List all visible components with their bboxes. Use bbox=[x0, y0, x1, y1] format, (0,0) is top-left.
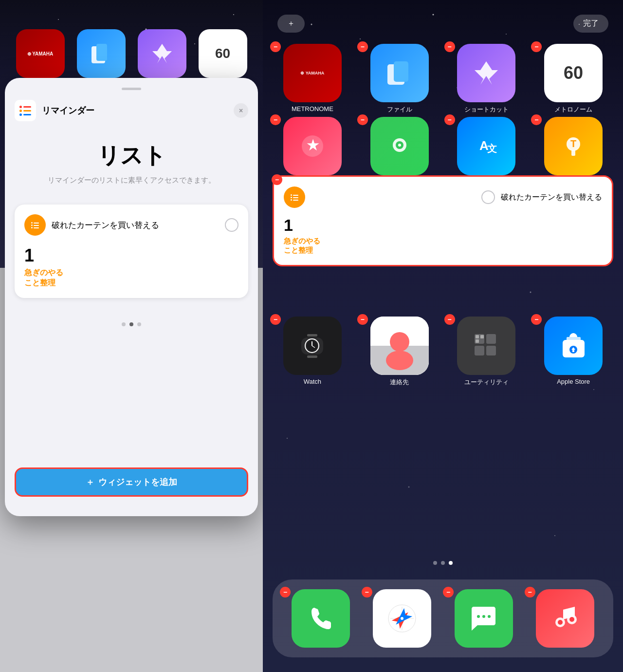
svg-rect-62 bbox=[486, 334, 496, 344]
app-icon-metro-left[interactable]: 60 bbox=[199, 29, 247, 78]
widget-list-desc: リマインダーのリストに素早くアクセスできます。 bbox=[48, 176, 216, 185]
remove-badge-translate[interactable]: − bbox=[444, 114, 455, 125]
svg-rect-13 bbox=[31, 224, 33, 226]
add-widget-button[interactable]: ＋ ウィジェットを追加 bbox=[15, 467, 248, 497]
app-icon-phone[interactable] bbox=[292, 589, 350, 648]
app-row-1: − ⊕ YAMAHA METRONOME − ファイル − ショートカット − … bbox=[273, 44, 613, 114]
svg-point-1 bbox=[58, 19, 59, 20]
svg-rect-64 bbox=[486, 346, 496, 355]
remove-badge-messages[interactable]: − bbox=[443, 587, 454, 597]
svg-rect-66 bbox=[480, 335, 484, 338]
dock-item-music: − bbox=[527, 589, 604, 648]
right-dot-1 bbox=[433, 561, 437, 565]
remove-badge-findmy[interactable]: − bbox=[357, 114, 368, 125]
top-bar: ＋ 完了 bbox=[263, 15, 623, 33]
dot-3 bbox=[137, 322, 141, 326]
svg-rect-49 bbox=[293, 200, 298, 201]
app-label-watch: Watch bbox=[304, 378, 321, 385]
right-widget-header: 破れたカーテンを買い替える bbox=[284, 187, 602, 208]
app-icon-translate[interactable]: A文 bbox=[457, 117, 515, 175]
svg-point-84 bbox=[569, 617, 574, 622]
dock-item-phone: − bbox=[282, 589, 359, 648]
dot-2-active bbox=[129, 322, 133, 326]
app-icon-tips[interactable]: T bbox=[544, 117, 603, 175]
right-widget-task: 破れたカーテンを買い替える bbox=[501, 192, 602, 203]
svg-rect-9 bbox=[96, 44, 107, 61]
app-icon-music[interactable] bbox=[536, 589, 594, 648]
sheet-header: リマインダー × bbox=[15, 100, 248, 121]
add-button[interactable]: ＋ bbox=[277, 15, 305, 33]
app-icon-itunes[interactable]: ★ bbox=[283, 117, 342, 175]
widget-card-left: 破れたカーテンを買い替える 1 急ぎのやること整理 bbox=[15, 205, 248, 298]
svg-point-18 bbox=[360, 38, 361, 39]
right-widget-remove[interactable]: − bbox=[272, 174, 282, 185]
app-icon-messages[interactable] bbox=[455, 589, 513, 648]
app-row-3: − Watch − bbox=[273, 317, 613, 387]
svg-rect-48 bbox=[291, 199, 292, 201]
app-item-contacts: − 連絡先 bbox=[360, 317, 440, 387]
app-label-contacts: 連絡先 bbox=[390, 378, 409, 387]
right-widget-category: 急ぎのやること整理 bbox=[284, 237, 602, 255]
app-icon-applestore[interactable] bbox=[544, 317, 603, 375]
remove-badge-applestore[interactable]: − bbox=[531, 314, 542, 325]
remove-badge-files[interactable]: − bbox=[357, 41, 368, 52]
app-icon-safari[interactable] bbox=[373, 589, 431, 648]
svg-point-5 bbox=[233, 14, 234, 15]
svg-point-78 bbox=[477, 615, 480, 618]
remove-badge-utility[interactable]: − bbox=[444, 314, 455, 325]
dock: − − − bbox=[273, 579, 613, 657]
remove-badge-metro60[interactable]: − bbox=[531, 41, 542, 52]
app-icon-watch[interactable] bbox=[283, 317, 342, 375]
app-icon-contacts[interactable] bbox=[370, 317, 429, 375]
right-widget-checkbox[interactable] bbox=[481, 190, 495, 204]
svg-point-30 bbox=[554, 535, 555, 536]
remove-badge-contacts[interactable]: − bbox=[357, 314, 368, 325]
remove-badge-phone[interactable]: − bbox=[280, 587, 291, 597]
reminders-app-icon bbox=[15, 100, 36, 121]
right-panel: ＋ 完了 − ⊕ YAMAHA METRONOME − ファイル − ショートカ… bbox=[263, 0, 623, 672]
remove-badge-tips[interactable]: − bbox=[531, 114, 542, 125]
svg-rect-63 bbox=[475, 346, 484, 355]
svg-rect-44 bbox=[291, 194, 292, 196]
remove-badge-itunes[interactable]: − bbox=[270, 114, 281, 125]
app-icon-metro60[interactable]: 60 bbox=[544, 44, 603, 102]
app-icon-files[interactable] bbox=[370, 44, 429, 102]
svg-marker-33 bbox=[475, 61, 498, 85]
app-icon-files-left[interactable] bbox=[77, 29, 126, 78]
add-icon: ＋ bbox=[86, 476, 94, 488]
svg-point-80 bbox=[488, 615, 491, 618]
sheet-title: リマインダー bbox=[42, 105, 234, 116]
done-button[interactable]: 完了 bbox=[573, 15, 608, 33]
svg-point-29 bbox=[408, 486, 410, 488]
remove-badge-music[interactable]: − bbox=[525, 587, 535, 597]
app-item-files: − ファイル bbox=[360, 44, 440, 114]
add-widget-label: ウィジェットを追加 bbox=[98, 476, 177, 488]
app-icon-metronome[interactable]: ⊕ YAMAHA bbox=[283, 44, 342, 102]
svg-point-27 bbox=[593, 389, 594, 390]
remove-badge-metronome[interactable]: − bbox=[270, 41, 281, 52]
remove-badge-watch[interactable]: − bbox=[270, 314, 281, 325]
svg-point-20 bbox=[506, 34, 507, 35]
svg-rect-15 bbox=[31, 227, 33, 228]
app-icon-shortcuts[interactable] bbox=[457, 44, 515, 102]
dot-1 bbox=[122, 322, 126, 326]
svg-rect-42 bbox=[571, 150, 575, 156]
svg-rect-65 bbox=[476, 335, 479, 338]
close-button[interactable]: × bbox=[234, 103, 248, 118]
app-icon-shortcuts-left[interactable] bbox=[138, 29, 186, 78]
svg-text:文: 文 bbox=[487, 143, 497, 154]
svg-rect-51 bbox=[307, 355, 317, 358]
svg-rect-69 bbox=[567, 337, 581, 341]
remove-badge-safari[interactable]: − bbox=[362, 587, 372, 597]
svg-point-28 bbox=[287, 438, 288, 439]
svg-text:T: T bbox=[570, 138, 576, 149]
app-icon-yamaha-left[interactable]: ⊕ YAMAHA bbox=[16, 29, 65, 78]
task-checkbox-left[interactable] bbox=[225, 218, 238, 232]
app-icon-findmy[interactable] bbox=[370, 117, 429, 175]
svg-point-59 bbox=[390, 332, 409, 352]
remove-badge-shortcuts[interactable]: − bbox=[444, 41, 455, 52]
app-item-watch: − Watch bbox=[273, 317, 352, 387]
right-dot-3-active bbox=[449, 561, 453, 565]
app-icon-utility[interactable] bbox=[457, 317, 515, 375]
svg-marker-10 bbox=[152, 44, 172, 63]
